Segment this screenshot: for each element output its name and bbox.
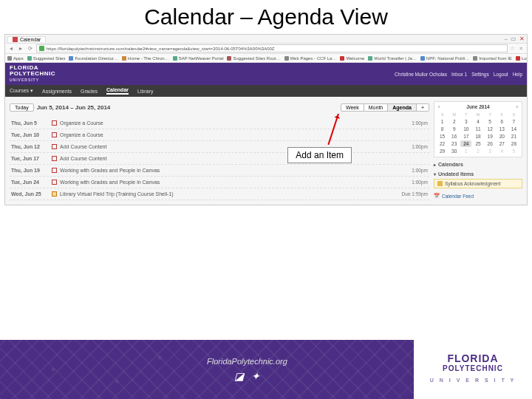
- undated-header[interactable]: ▾Undated Items: [434, 171, 522, 177]
- bookmark-item[interactable]: Imported from IE: [473, 56, 512, 61]
- nav-item[interactable]: Library: [137, 89, 153, 94]
- calendar-feed-link[interactable]: 📅 Calendar Feed: [434, 193, 522, 199]
- browser-tab[interactable]: Calendar: [7, 36, 46, 42]
- menu-icon[interactable]: ≡: [517, 45, 525, 52]
- agenda-row[interactable]: Thu, Jun 5Organize a Course1:00pm: [10, 117, 429, 129]
- bookmark-label: Log In to Canvas: [522, 56, 527, 61]
- bookmark-label: SAP NetWeaver Portal: [179, 56, 224, 61]
- undated-item[interactable]: Syllabus Acknowledgment: [434, 179, 522, 188]
- nav-item[interactable]: Courses ▾: [10, 88, 33, 94]
- user-menu-item[interactable]: Settings: [471, 72, 489, 77]
- calendar-day[interactable]: 3: [460, 118, 471, 125]
- calendar-day[interactable]: 22: [437, 140, 448, 147]
- agenda-row[interactable]: Tue, Jun 17Add Course Content: [10, 153, 429, 165]
- bookmark-favicon-icon: [368, 56, 372, 61]
- agenda-row[interactable]: Tue, Jun 24Working with Grades and Peopl…: [10, 177, 429, 188]
- bookmark-label: Suggested Sites: [33, 56, 66, 61]
- calendar-day[interactable]: 2: [449, 118, 460, 125]
- bookmark-item[interactable]: Log In to Canvas: [516, 56, 527, 61]
- next-month-button[interactable]: ›: [515, 104, 519, 109]
- view-tab-agenda[interactable]: Agenda: [388, 103, 417, 112]
- calendar-day[interactable]: 3: [485, 148, 496, 154]
- calendar-day[interactable]: 24: [460, 140, 471, 147]
- add-item-button[interactable]: +: [417, 103, 429, 112]
- calendar-day[interactable]: 5: [508, 148, 519, 154]
- user-menu-item[interactable]: Logout: [494, 72, 508, 77]
- event-icon: [52, 191, 57, 197]
- url-field[interactable]: https://floridapolytechnicinstructure.co…: [36, 44, 508, 52]
- canvas-app: FLORIDA POLYTECHNIC UNIVERSITY Christine…: [5, 63, 527, 205]
- calendar-day[interactable]: 14: [508, 126, 519, 132]
- event-icon: [52, 120, 57, 126]
- calendar-day[interactable]: 28: [508, 140, 519, 147]
- maximize-icon[interactable]: ▭: [511, 35, 516, 42]
- agenda-row[interactable]: Thu, Jun 12Add Course Content1:00pm: [10, 141, 429, 153]
- bookmark-item[interactable]: World Traveller | Ja…: [368, 56, 416, 61]
- event-title: Library Virtual Field Trip (Training Cou…: [60, 191, 174, 197]
- event-title: Add Course Content: [60, 144, 106, 149]
- calendar-day[interactable]: 25: [472, 140, 483, 147]
- bookmark-item[interactable]: SAP NetWeaver Portal: [173, 56, 224, 61]
- bookmark-star-icon[interactable]: ☆: [510, 45, 515, 52]
- bookmark-favicon-icon: [284, 56, 289, 61]
- calendar-day[interactable]: 15: [437, 133, 448, 140]
- calendar-day[interactable]: 30: [449, 148, 460, 154]
- calendar-day[interactable]: 4: [472, 118, 483, 125]
- calendar-day[interactable]: 1: [437, 118, 448, 125]
- view-tab-month[interactable]: Month: [364, 103, 388, 112]
- calendar-day[interactable]: 16: [449, 133, 460, 140]
- bookmark-item[interactable]: Suggested Sites Root…: [227, 56, 280, 61]
- calendar-day[interactable]: 29: [437, 148, 448, 154]
- bookmark-item[interactable]: NPF: National Publi…: [420, 56, 469, 61]
- prev-month-button[interactable]: ‹: [437, 104, 441, 109]
- reload-button[interactable]: ⟳: [27, 45, 34, 52]
- view-tab-week[interactable]: Week: [341, 103, 364, 112]
- bookmark-item[interactable]: Web Pages - CCF La…: [284, 56, 337, 61]
- agenda-row[interactable]: Thu, Jun 19Working with Grades and Peopl…: [10, 165, 429, 177]
- user-menu-item[interactable]: Inbox 1: [451, 72, 467, 77]
- mini-calendar-grid[interactable]: SMTWTFS123456789101112131415161718192021…: [437, 112, 519, 154]
- bookmark-item[interactable]: Welcome: [340, 56, 364, 61]
- back-button[interactable]: ◄: [7, 45, 15, 52]
- calendars-header[interactable]: ▸Calendars: [434, 162, 522, 167]
- calendar-day[interactable]: 6: [497, 118, 508, 125]
- bookmark-item[interactable]: Home - The Chron…: [122, 56, 169, 61]
- bookmark-favicon-icon: [473, 56, 477, 61]
- calendar-day[interactable]: 18: [472, 133, 483, 140]
- calendar-day[interactable]: 13: [497, 126, 508, 132]
- event-time: 1:00pm: [383, 144, 428, 149]
- calendar-day[interactable]: 10: [460, 126, 471, 132]
- agenda-date: Wed, Jun 25: [11, 191, 52, 197]
- calendar-day[interactable]: 20: [497, 133, 508, 140]
- calendar-day[interactable]: 12: [485, 126, 496, 132]
- nav-item[interactable]: Grades: [81, 89, 98, 94]
- bookmark-label: Web Pages - CCF La…: [290, 56, 337, 61]
- close-icon[interactable]: ✕: [519, 35, 525, 42]
- calendar-day[interactable]: 19: [485, 133, 496, 140]
- calendar-day[interactable]: 11: [472, 126, 483, 132]
- calendar-day[interactable]: 8: [437, 126, 448, 132]
- calendar-day[interactable]: 27: [497, 140, 508, 147]
- user-menu-item[interactable]: Christine Mullor Ocholas: [395, 72, 447, 77]
- calendar-day[interactable]: 21: [508, 133, 519, 140]
- calendar-day[interactable]: 2: [472, 148, 483, 154]
- calendar-day[interactable]: 7: [508, 118, 519, 125]
- bookmark-item[interactable]: Apps: [7, 56, 24, 61]
- agenda-row[interactable]: Tue, Jun 10Organize a Course: [10, 129, 429, 141]
- calendar-day[interactable]: 1: [460, 148, 471, 154]
- calendar-day[interactable]: 17: [460, 133, 471, 140]
- user-menu-item[interactable]: Help: [513, 72, 522, 77]
- nav-item[interactable]: Assignments: [42, 89, 72, 94]
- nav-item[interactable]: Calendar: [106, 87, 129, 95]
- calendar-day[interactable]: 5: [485, 118, 496, 125]
- today-button[interactable]: Today: [10, 103, 34, 112]
- forward-button[interactable]: ►: [17, 45, 24, 52]
- agenda-row[interactable]: Wed, Jun 25Library Virtual Field Trip (T…: [10, 188, 429, 200]
- minimize-icon[interactable]: –: [505, 35, 508, 42]
- calendar-day[interactable]: 9: [449, 126, 460, 132]
- calendar-day[interactable]: 23: [449, 140, 460, 147]
- bookmark-item[interactable]: Suggested Sites: [27, 56, 66, 61]
- calendar-day[interactable]: 4: [497, 148, 508, 154]
- bookmark-item[interactable]: Foundation Director…: [69, 56, 118, 61]
- calendar-day[interactable]: 26: [485, 140, 496, 147]
